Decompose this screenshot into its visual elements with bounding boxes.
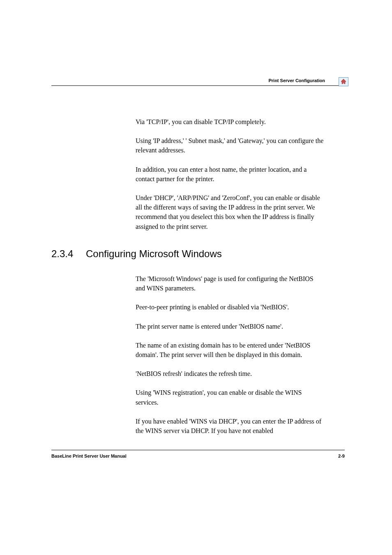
page-footer: BaseLine Print Server User Manual 2-9 <box>51 450 345 458</box>
home-icon-button[interactable] <box>339 77 348 86</box>
paragraph: Using 'WINS registration', you can enabl… <box>136 388 324 407</box>
paragraph: 'NetBIOS refresh' indicates the refresh … <box>136 369 324 378</box>
body-content-section-1: Via 'TCP/IP', you can disable TCP/IP com… <box>136 117 324 241</box>
page-header: Print Server Configuration <box>51 78 345 86</box>
paragraph: The 'Microsoft Windows' page is used for… <box>136 274 324 293</box>
footer-rule <box>51 450 345 450</box>
footer-content: BaseLine Print Server User Manual 2-9 <box>51 454 345 458</box>
paragraph: Via 'TCP/IP', you can disable TCP/IP com… <box>136 117 324 127</box>
paragraph: The name of an existing domain has to be… <box>136 341 324 359</box>
paragraph: Under 'DHCP', 'ARP/PING' and 'ZeroConf',… <box>136 193 324 231</box>
section-number: 2.3.4 <box>51 248 84 260</box>
page-container: Print Server Configuration Via 'TCP/IP',… <box>0 0 392 555</box>
paragraph: Using 'IP address,' ' Subnet mask,' and … <box>136 136 324 155</box>
footer-manual-title: BaseLine Print Server User Manual <box>51 454 127 458</box>
paragraph: The print server name is entered under '… <box>136 322 324 331</box>
section-title: Configuring Microsoft Windows <box>86 248 222 259</box>
section-heading: 2.3.4 Configuring Microsoft Windows <box>51 248 324 260</box>
header-rule <box>51 85 345 86</box>
home-icon <box>340 79 347 85</box>
header-title: Print Server Configuration <box>51 78 345 85</box>
paragraph: If you have enabled 'WINS via DHCP', you… <box>136 417 324 435</box>
paragraph: Peer-to-peer printing is enabled or disa… <box>136 302 324 312</box>
body-content-section-2: The 'Microsoft Windows' page is used for… <box>136 274 324 445</box>
footer-page-number: 2-9 <box>338 454 345 458</box>
paragraph: In addition, you can enter a host name, … <box>136 165 324 184</box>
